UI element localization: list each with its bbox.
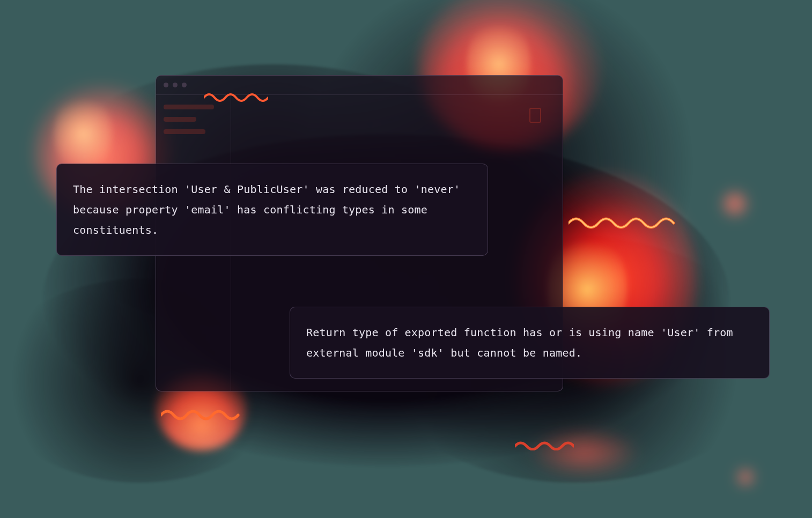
traffic-light-icon[interactable] (164, 83, 168, 87)
fire-accent (719, 188, 751, 220)
error-squiggle-icon (161, 408, 241, 420)
error-message: The intersection 'User & PublicUser' was… (73, 179, 471, 240)
stage: The intersection 'User & PublicUser' was… (0, 0, 812, 518)
error-message: Return type of exported function has or … (306, 322, 753, 363)
document-icon (529, 108, 541, 123)
fire-accent (735, 467, 756, 488)
error-tooltip: Return type of exported function has or … (290, 307, 770, 379)
window-titlebar (156, 76, 563, 95)
error-squiggle-icon (515, 440, 574, 450)
error-tooltip: The intersection 'User & PublicUser' was… (56, 164, 488, 256)
fire-accent (531, 429, 638, 477)
sidebar-placeholder (164, 117, 196, 122)
error-squiggle-icon (569, 214, 676, 230)
sidebar-placeholder (164, 129, 205, 134)
traffic-light-icon[interactable] (173, 83, 178, 87)
sidebar-placeholder (164, 105, 214, 109)
traffic-light-icon[interactable] (182, 83, 187, 87)
